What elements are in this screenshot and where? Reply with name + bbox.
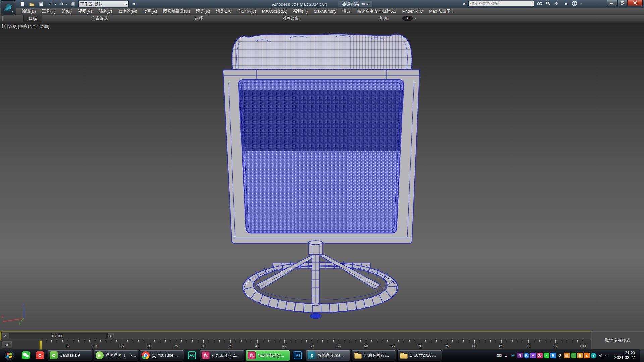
ruler-tick [111,340,111,342]
ribbon-tab[interactable]: 自由形式 [87,15,113,22]
menu-item[interactable]: 渲染(R) [193,9,213,14]
kuaishou-icon[interactable]: K [524,353,529,358]
show-desktop-button[interactable] [640,349,644,362]
folder-icon [399,351,408,359]
undo-dropdown-icon[interactable]: ▾ [55,3,56,6]
taskbar-button-xiaowan-no247[interactable]: 丸№247电动沙... [246,350,290,361]
taskbar-button-camtasia[interactable]: C [34,350,46,361]
redo-icon[interactable]: ↷ [58,1,65,7]
menu-item[interactable]: 渲云 [339,9,354,14]
help-icon[interactable]: ? [572,1,578,6]
menu-item[interactable]: 修改器(M) [115,9,140,14]
ruler-tick [214,340,214,342]
menu-item[interactable]: PhoenixFD [399,9,426,14]
new-file-icon[interactable] [19,1,26,7]
sync-tool-icon[interactable]: ⇅ [550,353,556,358]
ribbon-tab[interactable]: 填充 [375,15,393,22]
previous-frame-button[interactable]: < [2,333,8,339]
wechat-tray-icon[interactable]: • [544,353,549,358]
search-collapse-icon[interactable]: ▶ [463,2,466,5]
ruler-tick [198,340,198,342]
menu-item[interactable]: 创建(C) [95,9,115,14]
ruler-frame-label: 55 [337,344,341,348]
ribbon-tab[interactable]: 建模 [23,15,42,22]
ribbon-grip-handle[interactable] [1,16,3,21]
cancel-expert-mode-button[interactable]: 取消专家模式 [591,331,644,349]
time-ruler[interactable]: ⇆ 05101520253035404550556065707580859095… [0,340,591,349]
volume-icon[interactable]: ◄) [597,353,603,358]
menu-item[interactable]: 编辑(E) [19,9,39,14]
time-slider-handle[interactable] [39,340,42,350]
menu-item[interactable]: 帮助(H) [290,9,311,14]
start-button[interactable] [1,349,18,362]
window-close-button[interactable] [627,0,643,6]
ruler-tick [144,340,144,342]
taskbar-button-xiaowan-toolbox[interactable]: 丸小丸工具箱 2... [200,350,244,361]
key-icon[interactable] [545,1,551,6]
menu-item[interactable]: MAXScript(X) [259,9,290,14]
menu-item[interactable]: 动画(A) [140,9,160,14]
taskbar-button-3dsmax-document[interactable]: 3藤编家具.ma... [306,350,350,361]
xiaowan-tray-icon[interactable]: 丸 [537,353,543,358]
ribbon-tab[interactable]: 选择 [190,15,208,22]
ribbon-options-dropdown-icon[interactable]: ▾ [415,17,416,20]
project-folder-icon[interactable] [69,1,76,7]
3dsmax-logo-button[interactable]: ▾ [1,0,16,15]
save-icon[interactable] [38,1,45,7]
taskbar-button-explorer-k-drive[interactable]: K:\古色教程\... [352,350,396,361]
redo-dropdown-icon[interactable]: ▾ [66,3,67,6]
menu-item[interactable]: 渲染100 [213,9,234,14]
open-file-icon[interactable] [28,1,36,7]
ruler-tick [312,340,312,343]
taskbar-clock[interactable]: 21:20 2021-02-27 [614,351,635,360]
touch-keyboard-icon[interactable]: ⌨ [497,353,502,358]
menu-item[interactable]: 极速瘦身安全归档5.2 [354,9,399,14]
mini-curve-editor-button[interactable]: ⇆ [2,341,12,349]
workspace-flag-icon[interactable]: ⚑ [132,2,135,6]
wifi-share-icon[interactable]: ≈ [571,353,576,358]
menu-item[interactable]: 视图(V) [75,9,95,14]
undo-icon[interactable]: ↶ [47,1,54,7]
ruler-tick [263,340,263,342]
beauty-cam-icon[interactable]: ◎ [530,353,536,358]
window-restore-button[interactable] [617,0,627,6]
show-hidden-icons-icon[interactable]: ▴ [503,353,509,358]
workspace-selector[interactable]: 工作区: 默认 ▾ [78,1,129,7]
qq-icon[interactable]: Q [557,353,563,358]
help-dropdown-icon[interactable]: ▾ [580,2,582,5]
taskbar-button-camtasia-9[interactable]: CCamtasia 9 [48,350,92,361]
ruler-tick [127,340,128,342]
taskbar-button-explorer-e-drive[interactable]: E:\天竹2020\... [397,350,442,361]
time-slider-track[interactable]: 0 / 100 [9,333,107,339]
perspective-viewport[interactable]: [+] [透视] [明暗处理 + 边面] [0,22,644,331]
menu-item[interactable]: 组(G) [59,9,75,14]
menu-item[interactable]: MaxMummy [311,9,339,14]
huorong-security-icon[interactable]: ▲ [584,353,590,358]
search-input[interactable] [468,1,534,6]
app-title: Autodesk 3ds Max 2014 x64 [272,2,327,7]
communication-center-icon[interactable] [554,1,560,6]
favorites-star-icon[interactable]: ★ [563,1,569,6]
network-status-icon[interactable]: ▭ [604,353,610,358]
ruler-tick [583,340,583,343]
nx-clip-icon[interactable]: N [517,353,523,358]
taskbar-button-bilibili-window[interactable]: ▶哔哩哔哩（ ゜-... [94,350,138,361]
taskbar-button-photoshop[interactable]: Ps [291,350,304,361]
photo-viewer-icon[interactable]: ▦ [577,353,583,358]
eset-icon[interactable]: e [591,353,596,358]
taskbar-button-wechat[interactable] [19,350,32,361]
search-icon[interactable] [537,1,543,6]
browser-tray-icon[interactable]: ▤ [564,353,570,358]
menu-item[interactable]: 图形编辑器(D) [160,9,193,14]
window-minimize-button[interactable] [607,0,617,6]
ribbon-tab[interactable]: 对象绘制 [278,15,304,22]
menu-item[interactable]: 工具(T) [39,9,59,14]
taskbar-button-audition[interactable]: Au [185,350,198,361]
menu-item[interactable]: 自定义(U) [234,9,259,14]
chair-wireframe-canvas[interactable]: x z y [0,22,644,331]
taskbar-button-chrome-youtube[interactable]: (2) YouTube ... [140,350,184,361]
next-frame-button[interactable]: > [107,333,114,339]
ribbon-minimize-icon[interactable]: ▼ [402,16,413,21]
menu-item[interactable]: Max 杀毒卫士 [426,9,458,14]
capture-tool-icon[interactable]: ✽ [510,353,516,358]
